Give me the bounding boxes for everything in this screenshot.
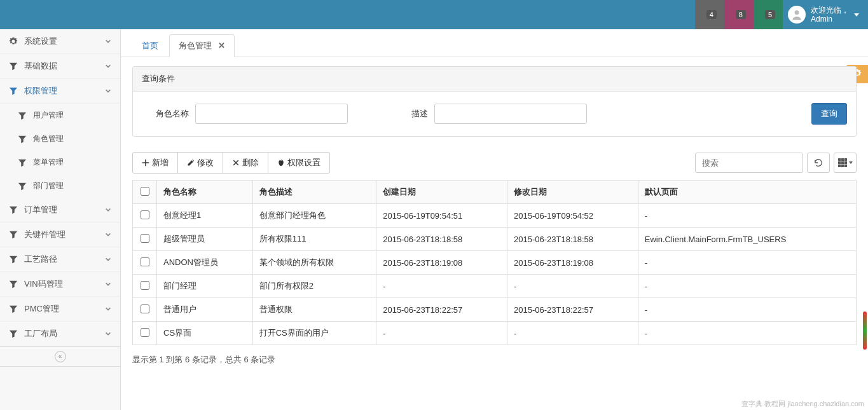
filter-icon — [9, 86, 18, 95]
col-created[interactable]: 创建日期 — [376, 181, 507, 204]
cell-default-page: Ewin.Client.MainForm.FrmTB_USERS — [638, 228, 856, 251]
row-checkbox[interactable] — [141, 234, 149, 243]
add-button[interactable]: 新增 — [132, 152, 178, 174]
filter-icon — [18, 158, 27, 167]
plus-icon — [142, 159, 149, 167]
chevron-down-icon — [105, 86, 111, 96]
chevron-down-icon — [105, 205, 111, 215]
filter-icon — [9, 329, 18, 338]
chevron-down-icon — [849, 161, 853, 164]
cell-modified: - — [507, 322, 638, 345]
cell-desc: 打开CS界面的用户 — [252, 322, 376, 345]
cell-default-page: - — [638, 204, 856, 228]
select-all-checkbox[interactable] — [141, 187, 149, 196]
notify-bell-button[interactable]: 8 — [724, 0, 754, 29]
svg-rect-7 — [844, 161, 847, 164]
cell-desc: 所有权限111 — [252, 228, 376, 251]
filter-name-label: 角色名称 — [142, 108, 189, 120]
table-row[interactable]: 创意经理1创意部门经理角色2015-06-19T09:54:512015-06-… — [133, 204, 857, 228]
sidebar-item-0[interactable]: 系统设置 — [0, 29, 120, 54]
query-button[interactable]: 查询 — [811, 103, 847, 125]
row-checkbox[interactable] — [141, 210, 149, 219]
table-row[interactable]: 部门经理部门所有权限2--- — [133, 275, 857, 298]
sidebar-item-label: PMC管理 — [24, 303, 59, 315]
notify-mail-button[interactable]: 5 — [754, 0, 783, 29]
cell-created: - — [376, 275, 507, 298]
sidebar-item-6[interactable]: VIN码管理 — [0, 272, 120, 297]
filter-name-input[interactable] — [195, 104, 348, 124]
svg-rect-10 — [844, 165, 847, 168]
svg-rect-2 — [838, 158, 841, 161]
close-icon[interactable]: ✕ — [218, 41, 225, 50]
notify-bars-button[interactable]: 4 — [695, 0, 724, 29]
filter-desc-label: 描述 — [381, 108, 428, 120]
sidebar-subitem-2-2[interactable]: 菜单管理 — [0, 151, 120, 174]
table-search-input[interactable] — [695, 153, 803, 173]
row-checkbox[interactable] — [141, 304, 149, 313]
cell-desc: 普通权限 — [252, 298, 376, 322]
table-row[interactable]: 超级管理员所有权限1112015-06-23T18:18:582015-06-2… — [133, 228, 857, 251]
svg-rect-8 — [838, 165, 841, 168]
chevron-down-icon — [105, 329, 111, 339]
sidebar-collapse-button[interactable]: « — [0, 346, 120, 367]
sidebar-item-label: 基础数据 — [24, 60, 57, 72]
col-default-page[interactable]: 默认页面 — [638, 181, 856, 204]
apple-icon — [277, 159, 285, 167]
sidebar-subitem-2-0[interactable]: 用户管理 — [0, 104, 120, 127]
sidebar-item-label: 系统设置 — [24, 36, 57, 47]
col-name[interactable]: 角色名称 — [157, 181, 253, 204]
filter-icon — [9, 230, 18, 239]
refresh-button[interactable] — [807, 153, 830, 173]
scroll-indicator[interactable] — [863, 311, 867, 350]
edit-button[interactable]: 修改 — [177, 152, 223, 174]
cell-desc: 创意部门经理角色 — [252, 204, 376, 228]
sidebar-item-7[interactable]: PMC管理 — [0, 297, 120, 322]
sidebar-item-3[interactable]: 订单管理 — [0, 198, 120, 222]
chevron-down-icon — [854, 13, 859, 17]
sidebar-subitem-2-3[interactable]: 部门管理 — [0, 174, 120, 198]
sidebar-item-label: 角色管理 — [33, 133, 64, 144]
cell-default-page: - — [638, 251, 856, 275]
watermark: 查字典 教程网 jiaocheng.chazidian.com — [741, 399, 864, 409]
filter-icon — [9, 62, 18, 71]
filter-icon — [9, 255, 18, 264]
col-modified[interactable]: 修改日期 — [507, 181, 638, 204]
filter-icon — [9, 280, 18, 289]
cell-modified: 2015-06-23T18:18:58 — [507, 228, 638, 251]
filter-desc-input[interactable] — [434, 104, 587, 124]
select-all-header — [133, 181, 157, 204]
sidebar-item-8[interactable]: 工厂布局 — [0, 322, 120, 346]
user-menu[interactable]: 欢迎光临， Admin — [783, 0, 868, 29]
columns-button[interactable] — [834, 153, 857, 173]
table-row[interactable]: CS界面打开CS界面的用户--- — [133, 322, 857, 345]
filter-panel: 查询条件 角色名称 描述 查询 — [132, 66, 857, 137]
tab-home[interactable]: 首页 — [132, 34, 168, 57]
sidebar-item-4[interactable]: 关键件管理 — [0, 222, 120, 247]
cell-created: 2015-06-23T18:18:58 — [376, 228, 507, 251]
svg-point-1 — [795, 10, 799, 15]
cell-modified: 2015-06-23T18:19:08 — [507, 251, 638, 275]
row-checkbox[interactable] — [141, 281, 149, 290]
table-row[interactable]: ANDON管理员某个领域的所有权限2015-06-23T18:19:082015… — [133, 251, 857, 275]
col-desc[interactable]: 角色描述 — [252, 181, 376, 204]
svg-rect-5 — [838, 161, 841, 164]
user-name: Admin — [811, 15, 849, 24]
sidebar-item-2[interactable]: 权限管理 — [0, 79, 120, 104]
top-header: 4 8 5 欢迎光临， Admin — [0, 0, 868, 29]
cell-modified: - — [507, 275, 638, 298]
permission-button[interactable]: 权限设置 — [268, 152, 330, 174]
sidebar-item-5[interactable]: 工艺路径 — [0, 247, 120, 272]
row-checkbox[interactable] — [141, 328, 149, 337]
cell-name: ANDON管理员 — [157, 251, 253, 275]
table-row[interactable]: 普通用户普通权限2015-06-23T18:22:572015-06-23T18… — [133, 298, 857, 322]
cell-created: 2015-06-23T18:22:57 — [376, 298, 507, 322]
tab-role-mgmt[interactable]: 角色管理 ✕ — [169, 34, 235, 57]
pencil-icon — [187, 159, 195, 167]
cell-name: 超级管理员 — [157, 228, 253, 251]
pager-info: 显示第 1 到第 6 条记录，总共 6 条记录 — [132, 354, 857, 366]
cell-default-page: - — [638, 275, 856, 298]
sidebar-subitem-2-1[interactable]: 角色管理 — [0, 127, 120, 151]
delete-button[interactable]: 删除 — [223, 152, 268, 174]
row-checkbox[interactable] — [141, 257, 149, 266]
sidebar-item-1[interactable]: 基础数据 — [0, 54, 120, 79]
